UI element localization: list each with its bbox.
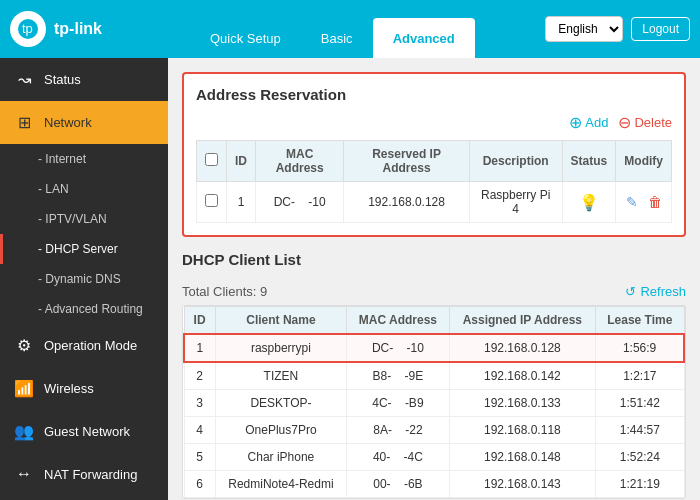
dhcp-row-id: 3 xyxy=(184,390,215,417)
sidebar-sub-routing[interactable]: - Advanced Routing xyxy=(0,294,168,324)
delete-button[interactable]: ⊖ Delete xyxy=(618,113,672,132)
dhcp-col-mac: MAC Address xyxy=(347,307,449,335)
col-mac: MAC Address xyxy=(256,141,344,182)
dhcp-row-mac: DC- -10 xyxy=(347,334,449,362)
dhcp-row-ip: 192.168.0.128 xyxy=(449,334,596,362)
row-id: 1 xyxy=(227,182,256,223)
sidebar-item-wireless[interactable]: 📶 Wireless xyxy=(0,367,168,410)
reservation-table: ID MAC Address Reserved IP Address Descr… xyxy=(196,140,672,223)
dhcp-table-row: 5 Char iPhone 40- -4C 192.168.0.148 1:52… xyxy=(184,444,684,471)
dhcp-table-row: 3 DESKTOP- 4C- -B9 192.168.0.133 1:51:42 xyxy=(184,390,684,417)
logo-icon: tp xyxy=(10,11,46,47)
dhcp-row-mac: 4C- -B9 xyxy=(347,390,449,417)
col-checkbox xyxy=(197,141,227,182)
row-checkbox[interactable] xyxy=(205,194,218,207)
logo-area: tp tp-link xyxy=(10,11,180,47)
dhcp-row-id: 6 xyxy=(184,471,215,498)
row-desc: Raspberry Pi 4 xyxy=(469,182,562,223)
dhcp-table-row: 6 RedmiNote4-Redmi 00- -6B 192.168.0.143… xyxy=(184,471,684,498)
dhcp-table-row: 1 raspberrypi DC- -10 192.168.0.128 1:56… xyxy=(184,334,684,362)
sidebar-item-guest-network[interactable]: 👥 Guest Network xyxy=(0,410,168,453)
dhcp-row-lease: 1:51:42 xyxy=(596,390,684,417)
operation-mode-icon: ⚙ xyxy=(14,336,34,355)
sidebar-label-guest-network: Guest Network xyxy=(44,424,130,439)
sidebar-sub-dns[interactable]: - Dynamic DNS xyxy=(0,264,168,294)
dhcp-col-lease: Lease Time xyxy=(596,307,684,335)
dhcp-row-lease: 1:2:17 xyxy=(596,362,684,390)
edit-icon[interactable]: ✎ xyxy=(626,194,638,210)
row-checkbox-cell xyxy=(197,182,227,223)
sidebar-sub-lan[interactable]: - LAN xyxy=(0,174,168,204)
sidebar-sub-dhcp[interactable]: - DHCP Server xyxy=(0,234,168,264)
dhcp-row-name: OnePlus7Pro xyxy=(215,417,347,444)
delete-icon: ⊖ xyxy=(618,113,631,132)
dhcp-row-ip: 192.168.0.142 xyxy=(449,362,596,390)
dhcp-row-mac: 00- -6B xyxy=(347,471,449,498)
action-bar: ⊕ Add ⊖ Delete xyxy=(196,113,672,132)
status-icon: ↝ xyxy=(14,70,34,89)
refresh-button[interactable]: ↺ Refresh xyxy=(625,284,686,299)
dhcp-row-name: Char iPhone xyxy=(215,444,347,471)
dhcp-table-wrap: ID Client Name MAC Address Assigned IP A… xyxy=(182,305,686,499)
dhcp-row-lease: 1:44:57 xyxy=(596,417,684,444)
nav-tabs: Quick Setup Basic Advanced xyxy=(180,0,545,58)
dhcp-row-name: DESKTOP- xyxy=(215,390,347,417)
sidebar-item-operation-mode[interactable]: ⚙ Operation Mode xyxy=(0,324,168,367)
dhcp-title: DHCP Client List xyxy=(182,251,301,268)
sidebar-sub-internet[interactable]: - Internet xyxy=(0,144,168,174)
select-all-checkbox[interactable] xyxy=(205,153,218,166)
total-clients: Total Clients: 9 xyxy=(182,284,267,299)
dhcp-table-row: 4 OnePlus7Pro 8A- -22 192.168.0.118 1:44… xyxy=(184,417,684,444)
trash-icon[interactable]: 🗑 xyxy=(648,194,662,210)
logo-text: tp-link xyxy=(54,20,102,38)
dhcp-row-ip: 192.168.0.118 xyxy=(449,417,596,444)
refresh-icon: ↺ xyxy=(625,284,636,299)
tab-advanced[interactable]: Advanced xyxy=(373,18,475,58)
dhcp-subheader: Total Clients: 9 ↺ Refresh xyxy=(182,284,686,299)
dhcp-col-name: Client Name xyxy=(215,307,347,335)
dhcp-row-mac: 8A- -22 xyxy=(347,417,449,444)
add-icon: ⊕ xyxy=(569,113,582,132)
row-ip: 192.168.0.128 xyxy=(344,182,469,223)
dhcp-row-lease: 1:56:9 xyxy=(596,334,684,362)
refresh-label: Refresh xyxy=(640,284,686,299)
guest-network-icon: 👥 xyxy=(14,422,34,441)
sidebar-label-network: Network xyxy=(44,115,92,130)
status-bulb-icon: 💡 xyxy=(579,193,599,212)
delete-label: Delete xyxy=(634,115,672,130)
logout-button[interactable]: Logout xyxy=(631,17,690,41)
dhcp-row-id: 5 xyxy=(184,444,215,471)
col-modify: Modify xyxy=(616,141,672,182)
nat-icon: ↔ xyxy=(14,465,34,483)
header-right: English Logout xyxy=(545,16,690,42)
wireless-icon: 📶 xyxy=(14,379,34,398)
header: tp tp-link Quick Setup Basic Advanced En… xyxy=(0,0,700,58)
dhcp-row-lease: 1:21:19 xyxy=(596,471,684,498)
dhcp-table: ID Client Name MAC Address Assigned IP A… xyxy=(183,306,685,498)
dhcp-row-id: 2 xyxy=(184,362,215,390)
col-reserved-ip: Reserved IP Address xyxy=(344,141,469,182)
sidebar-label-operation-mode: Operation Mode xyxy=(44,338,137,353)
sidebar-item-nat-forwarding[interactable]: ↔ NAT Forwarding xyxy=(0,453,168,495)
row-modify: ✎ 🗑 xyxy=(616,182,672,223)
col-desc: Description xyxy=(469,141,562,182)
col-status: Status xyxy=(562,141,616,182)
dhcp-row-ip: 192.168.0.148 xyxy=(449,444,596,471)
tab-quick-setup[interactable]: Quick Setup xyxy=(190,18,301,58)
dhcp-row-name: TIZEN xyxy=(215,362,347,390)
sidebar-sub-iptv[interactable]: - IPTV/VLAN xyxy=(0,204,168,234)
dhcp-row-ip: 192.168.0.133 xyxy=(449,390,596,417)
sidebar-item-network[interactable]: ⊞ Network xyxy=(0,101,168,144)
address-reservation-section: Address Reservation ⊕ Add ⊖ Delete ID MA… xyxy=(182,72,686,237)
language-select[interactable]: English xyxy=(545,16,623,42)
reservation-row: 1 DC- -10 192.168.0.128 Raspberry Pi 4 💡… xyxy=(197,182,672,223)
dhcp-row-id: 4 xyxy=(184,417,215,444)
dhcp-col-id: ID xyxy=(184,307,215,335)
dhcp-row-ip: 192.168.0.143 xyxy=(449,471,596,498)
dhcp-row-mac: B8- -9E xyxy=(347,362,449,390)
sidebar-item-status[interactable]: ↝ Status xyxy=(0,58,168,101)
tab-basic[interactable]: Basic xyxy=(301,18,373,58)
address-reservation-title: Address Reservation xyxy=(196,86,672,103)
add-button[interactable]: ⊕ Add xyxy=(569,113,608,132)
svg-text:tp: tp xyxy=(22,21,33,36)
